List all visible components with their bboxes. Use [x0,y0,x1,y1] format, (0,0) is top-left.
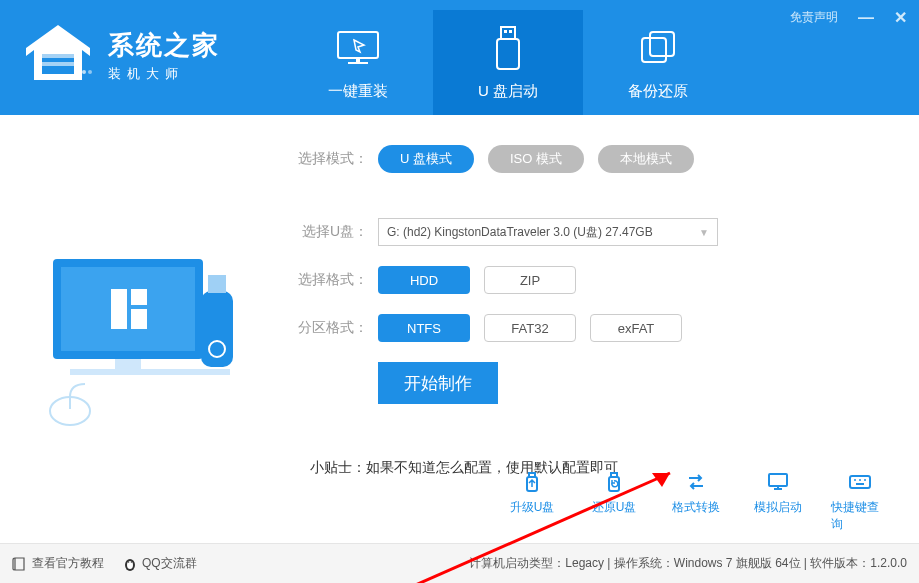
footer-left: 查看官方教程 QQ交流群 [12,555,197,572]
svg-rect-19 [115,359,141,369]
format-row: 选择格式： HDD ZIP [290,266,919,294]
main-tabs: 一键重装 U 盘启动 备份还原 [283,10,733,115]
format-hdd-button[interactable]: HDD [378,266,470,294]
window-controls: 免责声明 — ✕ [790,8,907,27]
tab-backup[interactable]: 备份还原 [583,10,733,115]
tutorial-label: 查看官方教程 [32,555,104,572]
svg-point-35 [859,479,861,481]
minimize-button[interactable]: — [858,9,874,27]
svg-rect-8 [501,27,515,39]
usb-drive-icon [491,25,525,73]
keyboard-icon [847,469,873,495]
usb-select-row: 选择U盘： G: (hd2) KingstonDataTraveler 3.0 … [290,218,919,246]
svg-rect-33 [850,476,870,488]
svg-rect-11 [497,39,519,69]
svg-point-34 [854,479,856,481]
usb-select-dropdown[interactable]: G: (hd2) KingstonDataTraveler 3.0 (U盘) 2… [378,218,718,246]
svg-rect-13 [650,32,674,56]
svg-rect-17 [131,289,147,305]
mode-local-pill[interactable]: 本地模式 [598,145,694,173]
simulate-boot-button[interactable]: 模拟启动 [749,469,807,533]
svg-point-3 [82,70,86,74]
tab-usb[interactable]: U 盘启动 [433,10,583,115]
svg-rect-31 [774,488,782,490]
svg-rect-16 [111,289,127,329]
usb-restore-icon [601,469,627,495]
svg-rect-21 [201,291,233,367]
svg-rect-1 [42,54,74,58]
svg-rect-22 [208,275,226,293]
svg-rect-30 [769,474,787,486]
qq-group-label: QQ交流群 [142,555,197,572]
monitor-cursor-icon [334,28,382,70]
svg-rect-15 [61,267,195,351]
tutorial-link[interactable]: 查看官方教程 [12,555,104,572]
mode-label: 选择模式： [290,150,368,168]
body: 选择模式： U 盘模式 ISO 模式 本地模式 选择U盘： G: (hd2) K… [0,115,919,543]
svg-rect-27 [529,473,535,477]
usb-select-value: G: (hd2) KingstonDataTraveler 3.0 (U盘) 2… [387,224,653,241]
svg-rect-29 [611,473,617,477]
bottom-toolbar: 升级U盘 还原U盘 格式转换 模拟启动 快捷键查询 [503,469,889,533]
qq-group-link[interactable]: QQ交流群 [122,555,197,572]
mode-row: 选择模式： U 盘模式 ISO 模式 本地模式 [290,145,919,173]
tab-reinstall-label: 一键重装 [328,82,388,101]
svg-rect-7 [356,58,360,62]
copy-icon [636,28,680,70]
penguin-icon [122,556,138,572]
logo-area: 系统之家 装机大师 [0,0,238,110]
svg-rect-32 [777,486,779,488]
svg-rect-37 [856,483,864,485]
tab-reinstall[interactable]: 一键重装 [283,10,433,115]
tab-usb-label: U 盘启动 [478,82,538,101]
partition-fat32-button[interactable]: FAT32 [484,314,576,342]
logo-title: 系统之家 [108,28,220,63]
svg-point-4 [88,70,92,74]
upgrade-usb-label: 升级U盘 [510,499,555,516]
format-label: 选择格式： [290,271,368,289]
svg-point-43 [131,561,133,563]
partition-ntfs-button[interactable]: NTFS [378,314,470,342]
usb-select-label: 选择U盘： [290,223,368,241]
restore-usb-label: 还原U盘 [592,499,637,516]
logo-icon [18,20,98,90]
hotkey-query-button[interactable]: 快捷键查询 [831,469,889,533]
mode-iso-pill[interactable]: ISO 模式 [488,145,584,173]
svg-rect-6 [348,62,368,64]
simulate-boot-label: 模拟启动 [754,499,802,516]
svg-point-42 [128,561,130,563]
usb-up-icon [519,469,545,495]
svg-rect-20 [70,369,230,375]
content: 选择模式： U 盘模式 ISO 模式 本地模式 选择U盘： G: (hd2) K… [290,115,919,543]
mode-usb-pill[interactable]: U 盘模式 [378,145,474,173]
logo-subtitle: 装机大师 [108,65,220,83]
header: 系统之家 装机大师 一键重装 [0,0,919,115]
convert-format-label: 格式转换 [672,499,720,516]
svg-rect-5 [338,32,378,58]
convert-icon [683,469,709,495]
illustration [0,115,290,543]
start-button[interactable]: 开始制作 [378,362,498,404]
svg-rect-2 [42,62,74,66]
tab-backup-label: 备份还原 [628,82,688,101]
disclaimer-link[interactable]: 免责声明 [790,9,838,26]
book-icon [12,556,28,572]
svg-rect-12 [642,38,666,62]
svg-rect-10 [509,30,512,33]
partition-row: 分区格式： NTFS FAT32 exFAT [290,314,919,342]
footer-status: 计算机启动类型：Legacy | 操作系统：Windows 7 旗舰版 64位 … [469,555,907,572]
chevron-down-icon: ▼ [699,227,709,238]
footer: 查看官方教程 QQ交流群 计算机启动类型：Legacy | 操作系统：Windo… [0,543,919,583]
convert-format-button[interactable]: 格式转换 [667,469,725,533]
upgrade-usb-button[interactable]: 升级U盘 [503,469,561,533]
format-zip-button[interactable]: ZIP [484,266,576,294]
svg-point-36 [864,479,866,481]
svg-rect-9 [504,30,507,33]
svg-rect-18 [131,309,147,329]
partition-label: 分区格式： [290,319,368,337]
monitor-icon [765,469,791,495]
close-button[interactable]: ✕ [894,8,907,27]
partition-exfat-button[interactable]: exFAT [590,314,682,342]
restore-usb-button[interactable]: 还原U盘 [585,469,643,533]
hotkey-query-label: 快捷键查询 [831,499,889,533]
